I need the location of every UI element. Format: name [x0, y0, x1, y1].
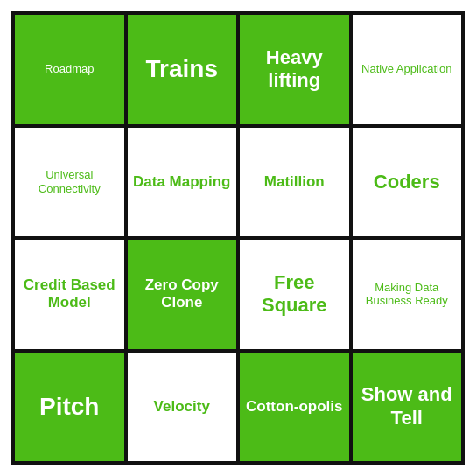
cell-r2c3[interactable]: Making Data Business Ready [351, 238, 464, 351]
cell-text-r0c3: Native Application [361, 62, 452, 76]
cell-r0c3[interactable]: Native Application [351, 13, 464, 126]
cell-r1c2[interactable]: Matillion [238, 126, 351, 239]
cell-r0c0[interactable]: Roadmap [13, 13, 126, 126]
cell-text-r2c3: Making Data Business Ready [356, 281, 458, 308]
cell-r1c1[interactable]: Data Mapping [126, 126, 239, 239]
cell-text-r0c1: Trains [146, 54, 218, 84]
cell-text-r0c2: Heavy lifting [243, 46, 346, 93]
cell-text-r0c0: Roadmap [45, 62, 94, 76]
cell-r3c1[interactable]: Velocity [126, 351, 239, 464]
cell-r3c3[interactable]: Show and Tell [351, 351, 464, 464]
cell-r1c0[interactable]: Universal Connectivity [13, 126, 126, 239]
bingo-board: RoadmapTrainsHeavy liftingNative Applica… [10, 10, 466, 466]
cell-text-r3c3: Show and Tell [356, 383, 458, 430]
cell-text-r2c1: Zero Copy Clone [131, 276, 234, 312]
cell-text-r2c0: Credit Based Model [18, 276, 121, 312]
cell-r2c1[interactable]: Zero Copy Clone [126, 238, 239, 351]
cell-r3c0[interactable]: Pitch [13, 351, 126, 464]
cell-r0c2[interactable]: Heavy lifting [238, 13, 351, 126]
cell-r0c1[interactable]: Trains [126, 13, 239, 126]
cell-r2c0[interactable]: Credit Based Model [13, 238, 126, 351]
cell-r3c2[interactable]: Cotton-opolis [238, 351, 351, 464]
cell-text-r1c0: Universal Connectivity [18, 168, 121, 195]
cell-text-r3c2: Cotton-opolis [246, 398, 342, 416]
cell-r2c2[interactable]: Free Square [238, 238, 351, 351]
cell-text-r1c3: Coders [374, 171, 440, 193]
cell-r1c3[interactable]: Coders [351, 126, 464, 239]
cell-text-r1c2: Matillion [264, 173, 325, 191]
cell-text-r3c0: Pitch [39, 392, 99, 422]
cell-text-r1c1: Data Mapping [133, 173, 230, 191]
cell-text-r3c1: Velocity [154, 398, 210, 416]
cell-text-r2c2: Free Square [243, 271, 346, 318]
